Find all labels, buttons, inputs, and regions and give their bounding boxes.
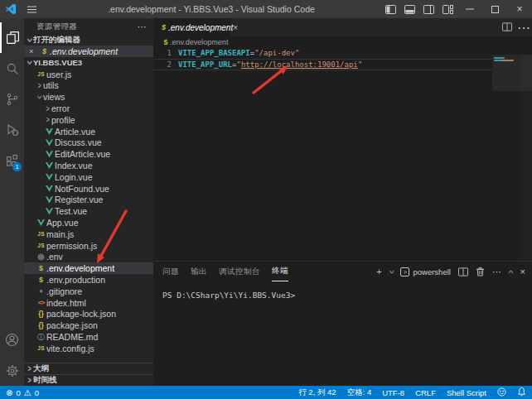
minimap[interactable]: [494, 57, 520, 62]
shell-file-icon: $: [39, 47, 50, 55]
tree-item[interactable]: .env: [24, 252, 153, 263]
tree-item[interactable]: ♦.gitignore: [24, 286, 153, 297]
status-bar: ⊗ 0 ⚠ 0 行 2, 列 42 空格: 4 UTF-8 CRLF Shell…: [0, 386, 532, 399]
tree-item[interactable]: Register.vue: [24, 195, 153, 206]
panel-tab[interactable]: 终端: [272, 262, 288, 281]
tree-item-label: Discuss.vue: [55, 137, 102, 147]
tree-item[interactable]: {}package-lock.json: [24, 309, 153, 320]
panel-tab[interactable]: 调试控制台: [219, 262, 260, 281]
editor-more-actions-icon[interactable]: ⋯: [515, 20, 532, 36]
search-icon[interactable]: [0, 53, 24, 84]
tree-item[interactable]: Test.vue: [24, 205, 153, 217]
tree-item[interactable]: Discuss.vue: [24, 137, 153, 149]
tree-item[interactable]: Login.vue: [24, 171, 153, 183]
minimize-button[interactable]: [457, 0, 482, 18]
close-icon[interactable]: ×: [29, 47, 39, 55]
customize-layout-icon[interactable]: [438, 0, 457, 18]
html-file-icon: <>: [36, 299, 46, 306]
split-terminal-icon[interactable]: [458, 267, 468, 276]
editor-group: $ .env.development × ⋯ $ .env.developmen…: [153, 18, 532, 261]
file-tree: JSuser.js>utils>views>error>profileArtic…: [24, 69, 153, 354]
toggle-panel-icon[interactable]: [400, 0, 419, 18]
split-editor-icon[interactable]: [499, 20, 515, 35]
kill-terminal-trash-icon[interactable]: [476, 267, 485, 276]
toggle-secondary-sidebar-icon[interactable]: [419, 0, 438, 18]
problems-status[interactable]: ⊗ 0 ⚠ 0: [6, 388, 39, 397]
tree-item-label: package.json: [46, 320, 98, 330]
tree-item[interactable]: <>index.html: [24, 297, 153, 309]
source-control-icon[interactable]: [0, 84, 24, 114]
tree-item[interactable]: $.env.development: [24, 262, 153, 274]
timeline-section[interactable]: > 时间线: [24, 374, 153, 386]
readme-info-icon: ⓘ: [36, 332, 46, 343]
menu-hamburger-icon[interactable]: [22, 6, 41, 13]
js-file-icon: JS: [36, 345, 46, 351]
tab-env-development[interactable]: $ .env.development ×: [153, 18, 230, 36]
code-line-2[interactable]: 2 VITE_APP_URL="http://localhost:19001/a…: [153, 59, 492, 70]
error-icon: ⊗: [6, 388, 12, 397]
tree-item[interactable]: Article.vue: [24, 126, 153, 137]
tree-item-label: views: [43, 92, 65, 102]
tree-item[interactable]: $.env.production: [24, 274, 153, 286]
tree-item[interactable]: ⓘREADME.md: [24, 331, 153, 343]
chevron-down-icon: >: [25, 36, 35, 43]
tree-item[interactable]: >views: [24, 91, 153, 103]
shell-file-icon: $: [159, 23, 168, 31]
vue-file-icon: [44, 128, 55, 135]
eol-sequence[interactable]: CRLF: [415, 388, 436, 397]
tree-item-label: App.vue: [46, 218, 79, 228]
terminal-output[interactable]: PS D:\CSharp\Yi\Yi.BBS.Vue3>: [153, 281, 532, 300]
open-editors-section[interactable]: > 打开的编辑器: [24, 35, 153, 46]
indentation[interactable]: 空格: 4: [347, 387, 372, 398]
encoding[interactable]: UTF-8: [382, 388, 404, 397]
chevron-down-icon: >: [25, 60, 35, 66]
panel-tab[interactable]: 问题: [162, 262, 179, 281]
breadcrumb[interactable]: $ .env.development: [153, 36, 532, 47]
explorer-more-actions-icon[interactable]: ⋯: [138, 22, 147, 32]
account-icon[interactable]: [0, 324, 24, 355]
tree-item[interactable]: JSvite.config.js: [24, 343, 153, 354]
tree-item[interactable]: JSpermission.js: [24, 240, 153, 252]
panel-tab-bar: 问题输出调试控制台终端 + > >powershell ⋯ > ×: [153, 262, 532, 281]
tree-item-label: .env.development: [46, 263, 114, 273]
feedback-smiley-icon[interactable]: [497, 387, 506, 398]
project-section[interactable]: > YI.BBS.VUE3: [24, 57, 153, 69]
extensions-icon[interactable]: 1: [0, 145, 24, 175]
tree-item[interactable]: EditArticle.vue: [24, 148, 153, 160]
tree-item[interactable]: JSmain.js: [24, 228, 153, 240]
new-terminal-icon[interactable]: +: [376, 267, 381, 276]
close-panel-icon[interactable]: ×: [520, 267, 525, 276]
toggle-sidebar-icon[interactable]: [381, 0, 400, 18]
run-debug-icon[interactable]: [0, 114, 24, 145]
code-editor[interactable]: 1 VITE_APP_BASEAPI="/api-dev" 2 VITE_APP…: [153, 47, 532, 261]
vue-file-icon: [44, 174, 55, 180]
panel-tab[interactable]: 输出: [191, 262, 207, 281]
panel-more-actions-icon[interactable]: ⋯: [492, 267, 501, 277]
tree-item[interactable]: {}package.json: [24, 320, 153, 331]
close-tab-icon[interactable]: ×: [233, 23, 238, 32]
notifications-bell-icon[interactable]: [517, 387, 526, 398]
tree-item[interactable]: App.vue: [24, 217, 153, 228]
tree-item[interactable]: JSuser.js: [24, 69, 153, 80]
terminal-shell-select[interactable]: >powershell: [400, 267, 450, 276]
open-editor-item[interactable]: × $ .env.development: [24, 46, 153, 57]
tree-item[interactable]: NotFound.vue: [24, 183, 153, 195]
editor-scrollbar[interactable]: [521, 55, 532, 261]
maximize-panel-icon[interactable]: >: [505, 270, 515, 273]
close-window-button[interactable]: ×: [507, 0, 532, 18]
tree-item[interactable]: >error: [24, 103, 153, 114]
maximize-button[interactable]: [482, 0, 507, 18]
tree-item-label: EditArticle.vue: [55, 149, 110, 159]
terminal-profile-dropdown-icon[interactable]: >: [386, 270, 396, 273]
explorer-icon[interactable]: [0, 22, 24, 53]
tree-item[interactable]: Index.vue: [24, 160, 153, 171]
language-mode[interactable]: Shell Script: [447, 388, 486, 397]
url-link[interactable]: http://localhost:19001/api: [241, 60, 358, 69]
code-line-1[interactable]: 1 VITE_APP_BASEAPI="/api-dev": [153, 47, 492, 59]
settings-gear-icon[interactable]: [0, 355, 24, 386]
tree-item[interactable]: >profile: [24, 114, 153, 126]
cursor-position[interactable]: 行 2, 列 42: [298, 387, 336, 398]
outline-section[interactable]: > 大纲: [24, 363, 153, 374]
tree-item[interactable]: >utils: [24, 80, 153, 92]
tree-item-label: error: [51, 103, 70, 113]
